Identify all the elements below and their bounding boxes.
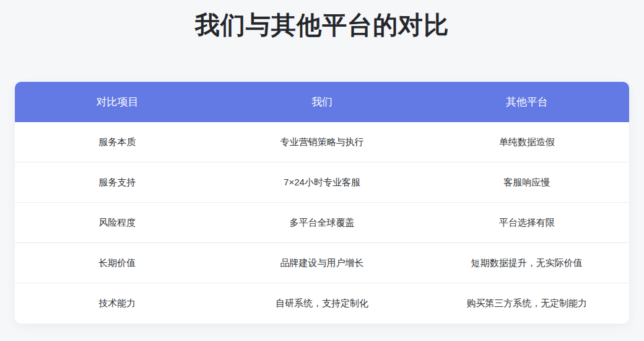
table-header-us: 我们 [220,82,425,122]
table-row: 风险程度多平台全球覆盖平台选择有限 [15,203,629,243]
table-cell: 客服响应慢 [424,162,629,202]
table-cell: 购买第三方系统，无定制能力 [424,283,629,324]
table-cell: 多平台全球覆盖 [220,203,425,242]
comparison-page: 我们与其他平台的对比 对比项目 我们 其他平台 服务本质专业营销策略与执行单纯数… [0,0,644,341]
table-cell: 服务支持 [15,162,220,202]
table-cell: 长期价值 [15,243,220,283]
table-cell: 平台选择有限 [424,203,629,242]
table-cell: 专业营销策略与执行 [220,122,425,162]
table-row: 服务本质专业营销策略与执行单纯数据造假 [15,122,629,162]
table-cell: 技术能力 [15,283,220,324]
table-cell: 服务本质 [15,122,220,162]
page-title: 我们与其他平台的对比 [0,0,644,40]
table-row: 服务支持7×24小时专业客服客服响应慢 [15,162,629,203]
table-cell: 单纯数据造假 [424,122,629,162]
comparison-table: 对比项目 我们 其他平台 服务本质专业营销策略与执行单纯数据造假服务支持7×24… [15,82,629,324]
table-cell: 短期数据提升，无实际价值 [424,243,629,283]
table-cell: 风险程度 [15,203,220,242]
table-row: 长期价值品牌建设与用户增长短期数据提升，无实际价值 [15,243,629,283]
table-header-other-platforms: 其他平台 [424,82,629,122]
table-header-item: 对比项目 [15,82,220,122]
table-cell: 7×24小时专业客服 [220,162,425,202]
table-body: 服务本质专业营销策略与执行单纯数据造假服务支持7×24小时专业客服客服响应慢风险… [15,122,629,324]
table-header-row: 对比项目 我们 其他平台 [15,82,629,122]
table-row: 技术能力自研系统，支持定制化购买第三方系统，无定制能力 [15,283,629,324]
table-cell: 品牌建设与用户增长 [220,243,425,283]
table-cell: 自研系统，支持定制化 [220,283,425,324]
